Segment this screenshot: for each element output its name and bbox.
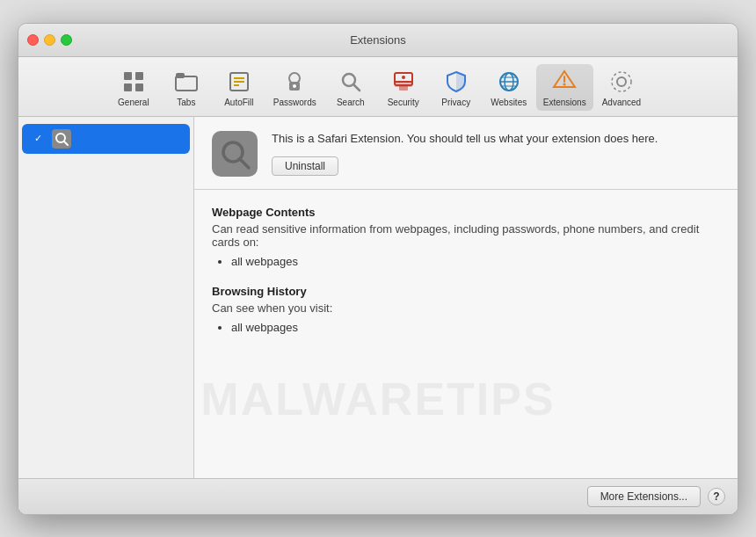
main-window: Extensions General bbox=[18, 23, 738, 515]
browsing-history-item-0: all webpages bbox=[231, 320, 720, 335]
extensions-icon bbox=[550, 68, 578, 96]
extension-header: This is a Safari Extension. You should t… bbox=[194, 117, 738, 190]
toolbar-item-websites[interactable]: Websites bbox=[483, 64, 534, 111]
toolbar-item-advanced[interactable]: Advanced bbox=[595, 64, 648, 111]
toolbar-label-extensions: Extensions bbox=[543, 98, 586, 107]
window-controls bbox=[27, 34, 72, 46]
browsing-history-list: all webpages bbox=[212, 320, 720, 335]
toolbar-label-passwords: Passwords bbox=[273, 98, 316, 107]
extension-big-icon bbox=[212, 131, 258, 177]
detail-pane: This is a Safari Extension. You should t… bbox=[194, 117, 738, 478]
svg-point-29 bbox=[612, 72, 631, 91]
check-icon: ✓ bbox=[34, 134, 42, 143]
svg-rect-1 bbox=[135, 72, 143, 80]
svg-line-31 bbox=[64, 142, 68, 145]
tabs-icon bbox=[172, 68, 200, 96]
svg-rect-4 bbox=[176, 76, 197, 91]
websites-icon bbox=[495, 68, 523, 96]
passwords-icon bbox=[280, 68, 309, 96]
svg-line-33 bbox=[241, 160, 249, 168]
svg-point-18 bbox=[402, 76, 405, 79]
toolbar: General Tabs bbox=[18, 57, 738, 117]
svg-rect-3 bbox=[135, 83, 143, 91]
footer: More Extensions... ? bbox=[18, 478, 738, 514]
minimize-button[interactable] bbox=[44, 34, 55, 46]
more-extensions-button[interactable]: More Extensions... bbox=[587, 486, 701, 507]
toolbar-label-general: General bbox=[118, 98, 149, 107]
svg-line-14 bbox=[353, 84, 360, 91]
toolbar-label-search: Search bbox=[337, 98, 365, 107]
toolbar-label-security: Security bbox=[388, 98, 419, 107]
sidebar: ✓ bbox=[18, 117, 194, 478]
webpage-contents-title: Webpage Contents bbox=[212, 206, 720, 219]
security-icon bbox=[389, 68, 418, 96]
webpage-contents-list: all webpages bbox=[212, 254, 720, 269]
svg-rect-0 bbox=[124, 72, 132, 80]
permissions-section: Webpage Contents Can read sensitive info… bbox=[194, 190, 738, 478]
autofill-icon bbox=[225, 68, 253, 96]
toolbar-item-security[interactable]: Security bbox=[378, 64, 429, 111]
window-title: Extensions bbox=[350, 33, 406, 47]
main-content: ✓ bbox=[18, 117, 738, 478]
search-icon bbox=[337, 68, 365, 96]
svg-point-12 bbox=[293, 84, 296, 88]
extension-checkbox[interactable]: ✓ bbox=[31, 132, 45, 146]
toolbar-item-tabs[interactable]: Tabs bbox=[161, 64, 212, 111]
titlebar: Extensions bbox=[18, 24, 738, 57]
toolbar-label-advanced: Advanced bbox=[602, 98, 641, 107]
toolbar-items: General Tabs bbox=[108, 64, 648, 111]
browsing-history-title: Browsing History bbox=[212, 285, 720, 298]
privacy-icon bbox=[442, 68, 470, 96]
advanced-icon bbox=[607, 68, 636, 96]
toolbar-item-search[interactable]: Search bbox=[325, 64, 376, 111]
svg-rect-19 bbox=[399, 85, 408, 91]
extension-icon bbox=[52, 129, 71, 149]
svg-point-27 bbox=[563, 83, 566, 85]
svg-rect-5 bbox=[176, 73, 185, 78]
browsing-history-section: Browsing History Can see when you visit:… bbox=[212, 285, 720, 335]
help-button[interactable]: ? bbox=[708, 488, 725, 505]
sidebar-item-search-ext[interactable]: ✓ bbox=[22, 124, 190, 154]
maximize-button[interactable] bbox=[61, 34, 72, 46]
browsing-history-desc: Can see when you visit: bbox=[212, 301, 720, 315]
webpage-contents-item-0: all webpages bbox=[231, 254, 720, 269]
extension-header-text: This is a Safari Extension. You should t… bbox=[272, 131, 720, 175]
toolbar-label-privacy: Privacy bbox=[441, 98, 470, 107]
uninstall-button[interactable]: Uninstall bbox=[272, 156, 338, 176]
toolbar-item-passwords[interactable]: Passwords bbox=[266, 64, 323, 111]
webpage-contents-section: Webpage Contents Can read sensitive info… bbox=[212, 206, 720, 269]
webpage-contents-desc: Can read sensitive information from webp… bbox=[212, 222, 720, 249]
svg-point-32 bbox=[223, 142, 243, 162]
toolbar-item-extensions[interactable]: Extensions bbox=[536, 64, 593, 111]
toolbar-item-general[interactable]: General bbox=[108, 64, 159, 111]
toolbar-label-tabs: Tabs bbox=[177, 98, 195, 107]
svg-point-28 bbox=[617, 77, 626, 86]
extension-description: This is a Safari Extension. You should t… bbox=[272, 131, 720, 147]
svg-rect-2 bbox=[124, 83, 132, 91]
toolbar-item-autofill[interactable]: AutoFill bbox=[214, 64, 265, 111]
toolbar-item-privacy[interactable]: Privacy bbox=[431, 64, 482, 111]
general-icon bbox=[120, 68, 148, 96]
close-button[interactable] bbox=[27, 34, 39, 46]
toolbar-label-websites: Websites bbox=[491, 98, 527, 107]
toolbar-label-autofill: AutoFill bbox=[224, 98, 253, 107]
